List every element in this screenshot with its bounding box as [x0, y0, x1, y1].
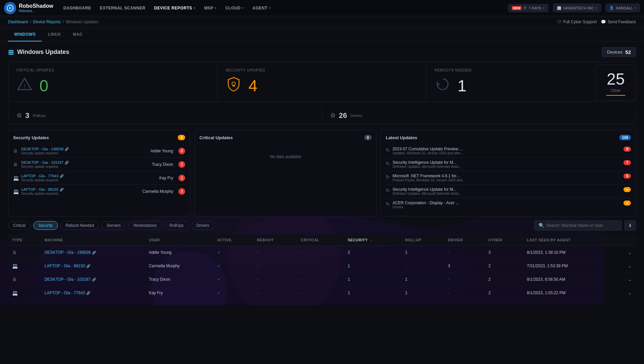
- security-panel-title: Security Updates: [13, 135, 49, 140]
- logo-name: RoboShadow: [19, 3, 53, 9]
- nav-cloud[interactable]: CLOUD ▾: [221, 4, 248, 12]
- row-other-0: 3: [484, 246, 523, 259]
- nav-agent-chevron: ▾: [269, 6, 271, 10]
- security-item-machine-3: LAPTOP - Gla - 88150 🔗: [21, 187, 96, 192]
- laptop-icon-2: 💻: [13, 175, 19, 181]
- update-refresh-icon-1: ↻: [386, 161, 390, 166]
- machine-link-3[interactable]: LAPTOP - Gla - 77643: [44, 291, 85, 295]
- filter-drivers[interactable]: Drivers: [192, 221, 214, 230]
- row-type-1: 💻: [8, 259, 40, 273]
- latest-panel-header: Latest Updates 109: [386, 135, 631, 140]
- full-cyber-support-button[interactable]: 🛡 Full Cyber Support: [557, 20, 597, 24]
- search-input[interactable]: [546, 223, 617, 228]
- tab-linux[interactable]: LINUX: [42, 28, 67, 41]
- breadcrumb-dashboard[interactable]: Dashboard: [8, 20, 28, 24]
- col-rollup: Rollup: [401, 235, 444, 246]
- row-reboot-2: -: [253, 273, 297, 286]
- nav-external-scanner[interactable]: EXTERNAL SCANNER: [96, 4, 149, 12]
- active-check-2: ✓: [217, 277, 221, 282]
- security-item-info-0: DESKTOP - Gla - 198638 🔗 Security update…: [21, 147, 96, 155]
- devices-other-bar: [606, 95, 625, 96]
- row-expand-2[interactable]: ⌄: [614, 273, 636, 286]
- row-expand-3[interactable]: ⌄: [614, 286, 636, 300]
- breadcrumb-actions: 🛡 Full Cyber Support 💬 Send Feedback: [557, 20, 636, 24]
- user-chevron: ▾: [635, 6, 636, 10]
- update-badge-4: ●: [623, 201, 631, 206]
- filter-rollups[interactable]: RollUps: [165, 221, 189, 230]
- nav-msp[interactable]: MSP ▾: [200, 4, 221, 12]
- user-icon: 👤: [609, 6, 614, 10]
- security-updates-panel: Security Updates 4 🖥 DESKTOP - Gla - 198…: [8, 130, 190, 216]
- timer-chevron: ▾: [543, 6, 545, 10]
- row-active-1: ✓: [213, 259, 253, 273]
- reboots-needed-value: 1: [457, 77, 467, 95]
- row-expand-0[interactable]: ⌄: [614, 246, 636, 259]
- row-rollup-1: -: [401, 259, 444, 273]
- security-item-sub-0: Security update required.: [21, 151, 96, 155]
- laptop-type-icon-1: 💻: [12, 263, 18, 269]
- devices-other-count: 25: [604, 70, 628, 88]
- filter-workstations[interactable]: Workstations: [128, 221, 162, 230]
- machine-link-1[interactable]: LAPTOP - Gla - 88150: [44, 264, 85, 268]
- machine-ext-icon-2: 🔗: [92, 278, 96, 281]
- machine-link-0[interactable]: DESKTOP - Gla - 198638: [44, 250, 91, 255]
- tabs-bar: WINDOWS LINUX MAC: [0, 28, 644, 42]
- reboots-needed-icon: [435, 76, 451, 95]
- row-active-0: ✓: [213, 246, 253, 259]
- devices-other-label: Other: [604, 88, 628, 93]
- chat-icon: 💬: [601, 20, 606, 24]
- security-item-user-1: Tracy Dixon: [99, 162, 173, 167]
- org-button[interactable]: 🏢 GREENTECH INC ▾: [553, 4, 601, 12]
- filter-security[interactable]: Security: [33, 221, 58, 230]
- col-active: Active: [213, 235, 253, 246]
- row-expand-1[interactable]: ⌄: [614, 259, 636, 273]
- desktop-icon-0: 🖥: [13, 148, 19, 154]
- machine-link-2[interactable]: DESKTOP - Gla - 103187: [44, 277, 91, 282]
- col-security[interactable]: Security ↓: [344, 235, 401, 246]
- security-item-sub-2: Security update required.: [21, 178, 96, 182]
- row-other-1: 2: [484, 259, 523, 273]
- sub-stats-row: ⚙ 3 RollUps ⚙ 26 Drivers: [8, 107, 636, 124]
- filter-servers[interactable]: Servers: [102, 221, 126, 230]
- row-other-2: 2: [484, 273, 523, 286]
- filter-critical[interactable]: Critical: [8, 221, 31, 230]
- send-feedback-button[interactable]: 💬 Send Feedback: [601, 20, 636, 24]
- laptop-icon-3: 💻: [13, 189, 19, 194]
- row-driver-2: -: [444, 273, 484, 286]
- expand-icon-1[interactable]: ⌄: [628, 263, 632, 269]
- security-item-user-3: Carmella Murphy: [99, 189, 173, 194]
- row-machine-2: DESKTOP - Gla - 103187 🔗: [40, 273, 145, 286]
- org-label: GREENTECH INC: [563, 6, 594, 10]
- timer-badge: NEW: [512, 6, 521, 10]
- expand-icon-3[interactable]: ⌄: [628, 290, 632, 296]
- expand-icon-0[interactable]: ⌄: [628, 249, 632, 255]
- tab-windows[interactable]: WINDOWS: [8, 28, 42, 41]
- top-navigation: RoboShadow Rebrand... DASHBOARD EXTERNAL…: [0, 0, 644, 16]
- breadcrumb-device-reports[interactable]: Device Reports: [33, 20, 61, 24]
- breadcrumb-current: Windows Updates: [66, 20, 98, 24]
- col-user: User: [145, 235, 213, 246]
- row-user-1: Carmella Murphy: [145, 259, 213, 273]
- update-item-4: ↻ ACER Corporation - Display - Acer ... …: [386, 198, 631, 211]
- filter-reboot-needed[interactable]: Reboot Needed: [61, 221, 99, 230]
- nav-device-reports[interactable]: DEVICE REPORTS ▾: [150, 4, 200, 12]
- rollups-label: RollUps: [33, 114, 46, 118]
- logo[interactable]: RoboShadow Rebrand...: [4, 2, 53, 14]
- row-user-2: Tracy Dixon: [145, 273, 213, 286]
- expand-icon-2[interactable]: ⌄: [628, 276, 632, 282]
- tab-mac[interactable]: MAC: [67, 28, 89, 41]
- search-box: 🔍: [534, 220, 622, 231]
- nav-agent[interactable]: AGENT ▾: [248, 4, 275, 12]
- timer-button[interactable]: NEW ⏱ 7 DAYS ▾: [508, 4, 548, 12]
- nav-dashboard[interactable]: DASHBOARD: [59, 4, 95, 12]
- download-button[interactable]: ⬇: [624, 220, 636, 231]
- row-user-0: Addie Young: [145, 246, 213, 259]
- nav-items: DASHBOARD EXTERNAL SCANNER DEVICE REPORT…: [59, 4, 508, 12]
- row-other-3: 2: [484, 286, 523, 300]
- drivers-value: 26: [339, 111, 347, 120]
- user-button[interactable]: 👤 RANDALL ▾: [606, 4, 640, 12]
- table-header: Type Machine User Active Reboot Critical…: [8, 235, 636, 246]
- col-reboot: Reboot: [253, 235, 297, 246]
- devices-other-panel: 25 Other: [596, 65, 636, 101]
- row-critical-1: -: [297, 259, 343, 273]
